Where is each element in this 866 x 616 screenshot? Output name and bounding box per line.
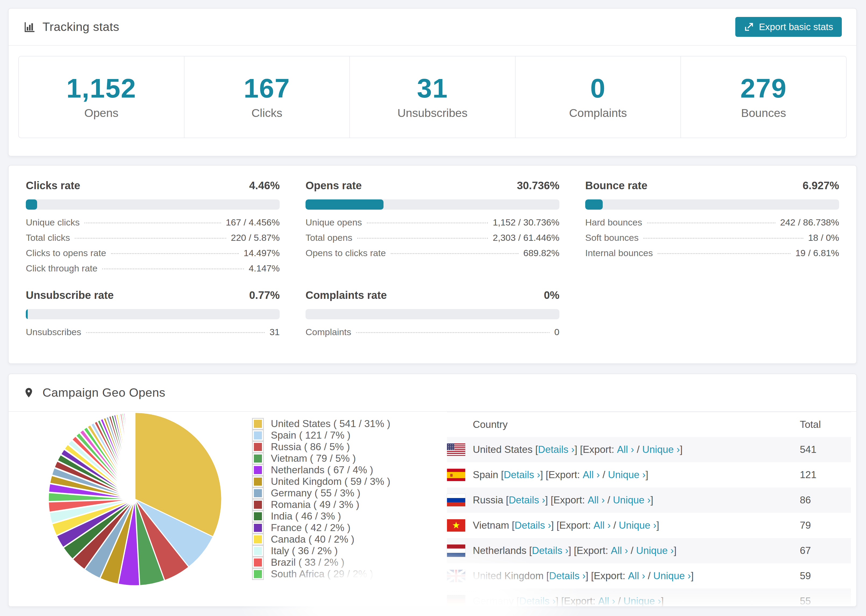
geo-opens-table: Country Total United States[Details ›][E…	[447, 412, 851, 607]
complaints-rate-block: Complaints rate0% Complaints0	[305, 289, 559, 342]
table-row: Germany[Details ›][Export:All ›/Unique ›…	[447, 589, 851, 607]
rates-card: Clicks rate4.46% Unique clicks167 / 4.45…	[8, 165, 857, 364]
legend-item-romania[interactable]: Romania ( 49 / 3% )	[252, 499, 390, 511]
bounce-rate-block: Bounce rate6.927% Hard bounces242 / 86.7…	[585, 179, 839, 278]
legend-item-vietnam[interactable]: Vietnam ( 79 / 5% )	[252, 453, 390, 464]
export-all-link[interactable]: All ›	[617, 444, 634, 455]
clicks-rate-block: Clicks rate4.46% Unique clicks167 / 4.45…	[26, 179, 280, 278]
export-unique-link[interactable]: Unique ›	[624, 596, 661, 607]
legend-item-united-states[interactable]: United States ( 541 / 31% )	[252, 418, 390, 429]
export-all-link[interactable]: All ›	[611, 545, 628, 556]
legend-swatch	[252, 556, 264, 569]
legend-item-india[interactable]: India ( 46 / 3% )	[252, 511, 390, 522]
complaints-label: Complaints	[569, 107, 627, 119]
legend-item-brazil[interactable]: Brazil ( 33 / 2% )	[252, 556, 390, 568]
details-link[interactable]: Details ›	[515, 520, 551, 531]
clicks-rate-percent: 4.46%	[249, 179, 280, 192]
export-all-link[interactable]: All ›	[594, 520, 611, 531]
unsubscribe-rate-title: Unsubscribe rate	[26, 289, 114, 301]
opens-label: Opens	[84, 107, 118, 119]
legend-swatch	[252, 418, 264, 430]
clicks-rate-title: Clicks rate	[26, 179, 80, 192]
spain-flag-icon	[447, 469, 465, 481]
export-unique-link[interactable]: Unique ›	[642, 444, 680, 455]
bounce-rate-title: Bounce rate	[585, 179, 647, 192]
unsubscribes-label: Unsubscribes	[397, 107, 468, 119]
united-states-flag-icon	[447, 443, 465, 456]
details-link[interactable]: Details ›	[519, 596, 556, 607]
table-row: Spain[Details ›][Export:All ›/Unique ›] …	[447, 462, 851, 487]
stat-row: Soft bounces18 / 0%	[585, 233, 839, 248]
legend-item-netherlands[interactable]: Netherlands ( 67 / 4% )	[252, 464, 390, 476]
clicks-rate-progressbar	[26, 200, 280, 210]
opens-rate-title: Opens rate	[305, 179, 362, 192]
total-cell: 67	[800, 545, 851, 556]
details-link[interactable]: Details ›	[504, 469, 540, 481]
details-link[interactable]: Details ›	[509, 495, 545, 506]
stat-row: Internal bounces19 / 6.81%	[585, 248, 839, 263]
legend-item-russia[interactable]: Russia ( 86 / 5% )	[252, 441, 390, 453]
unsubscribe-rate-progressbar	[26, 309, 280, 319]
total-cell: 541	[800, 444, 851, 455]
legend-swatch	[252, 429, 264, 441]
stat-row: Unique opens1,152 / 30.736%	[305, 217, 559, 233]
unsubscribes-count: 31	[417, 75, 448, 102]
unsubscribe-rate-percent: 0.77%	[249, 289, 280, 301]
export-unique-link[interactable]: Unique ›	[613, 495, 650, 506]
legend-item-germany[interactable]: Germany ( 55 / 3% )	[252, 487, 390, 499]
campaign-geo-opens-card: Campaign Geo Opens United States ( 541 /…	[8, 374, 857, 607]
export-all-link[interactable]: All ›	[598, 596, 615, 607]
stat-row: Complaints0	[305, 327, 559, 342]
complaints-rate-title: Complaints rate	[305, 289, 387, 301]
export-all-link[interactable]: All ›	[583, 469, 600, 481]
details-link[interactable]: Details ›	[538, 444, 575, 455]
export-unique-link[interactable]: Unique ›	[608, 469, 646, 481]
export-basic-stats-button[interactable]: Export basic stats	[735, 17, 842, 37]
legend-item-south-africa[interactable]: South Africa ( 29 / 2% )	[252, 568, 390, 580]
export-all-link[interactable]: All ›	[628, 570, 645, 581]
legend-item-canada[interactable]: Canada ( 40 / 2% )	[252, 533, 390, 545]
legend-swatch	[252, 441, 264, 453]
total-cell: 79	[800, 520, 851, 531]
legend-swatch	[252, 533, 264, 545]
bounces-label: Bounces	[741, 107, 786, 119]
table-row: United Kingdom[Details ›][Export:All ›/U…	[447, 563, 851, 589]
legend-item-united-kingdom[interactable]: United Kingdom ( 59 / 3% )	[252, 476, 390, 487]
legend-item-spain[interactable]: Spain ( 121 / 7% )	[252, 429, 390, 441]
vietnam-flag-icon	[447, 519, 465, 532]
stat-row: Opens to clicks rate689.82%	[305, 248, 559, 263]
stat-row: Click through rate4.147%	[26, 263, 280, 278]
netherlands-flag-icon	[447, 545, 465, 557]
stats-summary-row: 1,152 Opens 167 Clicks 31 Unsubscribes 0…	[18, 56, 847, 138]
pie-slice[interactable]	[135, 413, 135, 449]
export-unique-link[interactable]: Unique ›	[653, 570, 691, 581]
legend-item-france[interactable]: France ( 42 / 2% )	[252, 522, 390, 533]
pie-legend: United States ( 541 / 31% ) Spain ( 121 …	[252, 418, 390, 580]
table-row: Vietnam[Details ›][Export:All ›/Unique ›…	[447, 513, 851, 538]
bounces-count: 279	[740, 75, 787, 102]
export-unique-link[interactable]: Unique ›	[636, 545, 674, 556]
legend-swatch	[252, 545, 264, 557]
stat-row: Total opens2,303 / 61.446%	[305, 233, 559, 248]
stat-row: Total clicks220 / 5.87%	[26, 233, 280, 248]
details-link[interactable]: Details ›	[532, 545, 568, 556]
complaints-count: 0	[590, 75, 606, 102]
map-pin-icon	[23, 387, 36, 399]
export-icon	[744, 22, 754, 32]
russia-flag-icon	[447, 494, 465, 506]
stat-unsubscribes: 31 Unsubscribes	[350, 57, 515, 138]
legend-swatch	[252, 487, 264, 499]
export-all-link[interactable]: All ›	[587, 495, 605, 506]
total-cell: 121	[800, 469, 851, 481]
details-link[interactable]: Details ›	[549, 570, 586, 581]
bar-chart-icon	[23, 21, 36, 33]
legend-item-italy[interactable]: Italy ( 36 / 2% )	[252, 545, 390, 556]
stat-row: Unique clicks167 / 4.456%	[26, 217, 280, 233]
stat-row: Unsubscribes31	[26, 327, 280, 342]
clicks-label: Clicks	[252, 107, 282, 119]
total-cell: 55	[800, 596, 851, 607]
geo-header: Campaign Geo Opens	[9, 374, 856, 412]
export-unique-link[interactable]: Unique ›	[619, 520, 657, 531]
germany-flag-icon	[447, 595, 465, 607]
stat-row: Hard bounces242 / 86.738%	[585, 217, 839, 233]
